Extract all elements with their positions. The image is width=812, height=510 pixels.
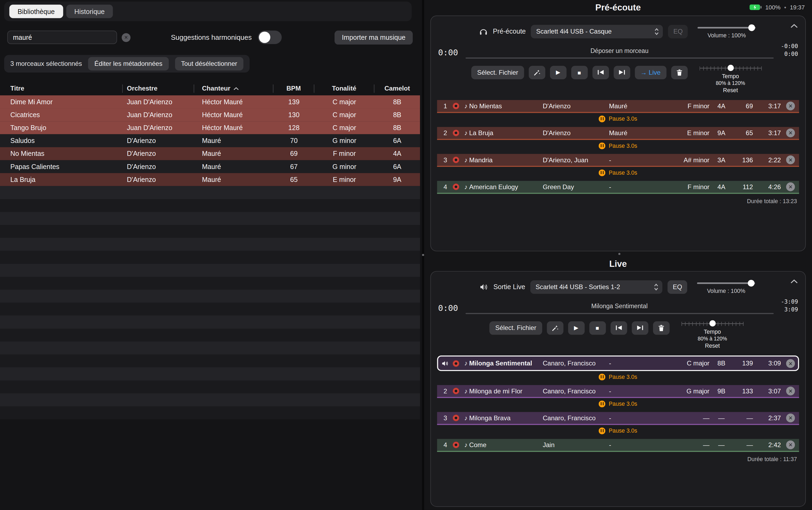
library-row[interactable]: Saludos D'Arienzo Mauré 70 G minor 6A	[0, 134, 420, 147]
music-note-icon: ♪	[462, 157, 469, 164]
import-music-button[interactable]: Importer ma musique	[335, 30, 413, 44]
suggestions-toggle[interactable]	[258, 31, 282, 44]
live-playlist-row[interactable]: 3 ♪ Milonga Brava Canaro, Francisco - — …	[437, 412, 799, 425]
live-volume-slider[interactable]	[697, 280, 755, 286]
preview-tempo-slider[interactable]	[699, 65, 761, 72]
play-button[interactable]: ▶	[568, 321, 584, 335]
tempo-reset[interactable]: Reset	[678, 342, 747, 349]
remove-track-icon[interactable]: ×	[786, 414, 795, 423]
live-device-value: Scarlett 4i4 USB - Sorties 1-2	[536, 283, 620, 290]
row-singer: -	[609, 183, 655, 191]
cell-singer: Héctor Mauré	[194, 124, 273, 132]
search-input[interactable]	[7, 31, 117, 44]
live-playlist-row[interactable]: 2 ♪ Milonga de mi Flor Canaro, Francisco…	[437, 385, 799, 398]
stop-button[interactable]: ■	[589, 321, 606, 335]
preview-dropzone-label[interactable]: Déposer un morceau	[465, 47, 774, 54]
pause-chip[interactable]: Pause 3.0s	[437, 372, 799, 381]
live-progress-bar[interactable]	[465, 313, 774, 314]
row-bpm: —	[733, 442, 753, 449]
preview-volume-label: Volume : 100%	[708, 32, 746, 38]
stop-button[interactable]: ■	[571, 66, 588, 79]
send-to-live-button[interactable]: → Live	[635, 66, 666, 79]
live-tempo-slider[interactable]	[681, 320, 743, 327]
trash-button[interactable]	[653, 321, 669, 335]
play-button[interactable]: ▶	[550, 66, 566, 79]
magic-wand-button[interactable]	[529, 66, 545, 79]
remove-track-icon[interactable]: ×	[786, 441, 795, 450]
next-track-button[interactable]	[632, 321, 648, 335]
cell-title: Papas Calientes	[0, 163, 123, 171]
preview-playlist-row[interactable]: 1 ♪ No Mientas D'Arienzo Mauré F minor 4…	[437, 100, 799, 113]
remove-track-icon[interactable]: ×	[786, 387, 795, 396]
pause-chip[interactable]: Pause 3.0s	[437, 399, 799, 409]
remove-track-icon[interactable]: ×	[786, 183, 795, 192]
volume-knob[interactable]	[748, 280, 755, 286]
live-device-select[interactable]: Scarlett 4i4 USB - Sorties 1-2	[530, 280, 662, 293]
music-note-icon: ♪	[462, 360, 469, 367]
pause-chip[interactable]: Pause 3.0s	[437, 426, 799, 435]
header-bpm[interactable]: BPM	[273, 84, 314, 93]
preview-playlist-row[interactable]: 4 ♪ American Eulogy Green Day - F minor …	[437, 181, 799, 194]
pause-chip[interactable]: Pause 3.0s	[437, 168, 799, 178]
live-playlist-row[interactable]: 4 ♪ Come Jain - — — — 2:42 ×	[437, 439, 799, 452]
cell-camelot: 8B	[374, 124, 420, 132]
header-orchestre[interactable]: Orchestre	[123, 84, 194, 93]
cell-singer: Mauré	[194, 163, 273, 171]
library-row[interactable]: No Mientas D'Arienzo Mauré 69 F minor 4A	[0, 147, 420, 160]
pause-chip[interactable]: Pause 3.0s	[437, 141, 799, 150]
preview-playlist-row[interactable]: 3 ♪ Mandria D'Arienzo, Juan - A# minor 3…	[437, 154, 799, 167]
row-duration: 4:26	[753, 183, 781, 191]
library-row[interactable]: Dime Mi Amor Juan D'Arienzo Héctor Mauré…	[0, 95, 420, 108]
header-titre[interactable]: Titre	[0, 84, 123, 93]
library-row[interactable]: Cicatrices Juan D'Arienzo Héctor Mauré 1…	[0, 108, 420, 121]
record-icon	[453, 103, 459, 110]
collapse-preview-icon[interactable]	[789, 21, 799, 31]
tempo-knob[interactable]	[727, 65, 733, 71]
library-toolbar: Bibliothèque Historique	[4, 2, 412, 21]
row-index: 3	[441, 415, 450, 422]
tempo-knob[interactable]	[709, 320, 715, 326]
select-file-button[interactable]: Sélect. Fichier	[472, 66, 524, 79]
pause-chip[interactable]: Pause 3.0s	[437, 114, 799, 123]
collapse-live-icon[interactable]	[789, 276, 799, 286]
magic-wand-button[interactable]	[547, 321, 563, 335]
preview-progress-bar[interactable]	[465, 57, 774, 59]
remove-track-icon[interactable]: ×	[786, 359, 795, 368]
row-title: Milonga de mi Flor	[469, 388, 543, 395]
select-file-button[interactable]: Sélect. Fichier	[489, 321, 542, 335]
cell-singer: Héctor Mauré	[194, 98, 273, 106]
tab-historique[interactable]: Historique	[66, 5, 113, 18]
remove-track-icon[interactable]: ×	[786, 102, 795, 111]
preview-playlist-row[interactable]: 2 ♪ La Bruja D'Arienzo Mauré E minor 9A …	[437, 127, 799, 140]
live-playlist-row-current[interactable]: ♪ Milonga Sentimental Canaro, Francisco …	[437, 356, 799, 371]
preview-remaining: -0:00	[781, 42, 798, 51]
preview-device-select[interactable]: Scarlett 4i4 USB - Casque	[531, 25, 663, 38]
tempo-range: 80% à 120%	[696, 80, 765, 87]
tab-bibliotheque[interactable]: Bibliothèque	[9, 5, 63, 18]
preview-volume-slider[interactable]	[698, 24, 756, 31]
trash-button[interactable]	[671, 66, 688, 79]
preview-eq-button[interactable]: EQ	[668, 25, 688, 38]
library-row[interactable]: La Bruja D'Arienzo Mauré 65 E minor 9A	[0, 173, 420, 186]
deselect-all-button[interactable]: Tout désélectionner	[175, 57, 243, 70]
library-row[interactable]: Tango Brujo Juan D'Arienzo Héctor Mauré …	[0, 121, 420, 134]
header-camelot[interactable]: Camelot	[374, 84, 420, 93]
header-chanteur[interactable]: Chanteur	[194, 84, 273, 93]
previous-track-button[interactable]	[592, 66, 609, 79]
row-bpm: 139	[733, 360, 753, 367]
live-eq-button[interactable]: EQ	[667, 280, 687, 293]
row-camelot: 4A	[710, 183, 733, 191]
selection-count: 3 morceaux sélectionnés	[10, 60, 82, 67]
deck-splitter[interactable]	[430, 251, 806, 256]
library-row[interactable]: Papas Calientes D'Arienzo Mauré 67 G min…	[0, 160, 420, 173]
edit-metadata-button[interactable]: Éditer les métadonnées	[88, 57, 169, 70]
remove-track-icon[interactable]: ×	[786, 129, 795, 138]
remove-track-icon[interactable]: ×	[786, 155, 795, 165]
next-track-button[interactable]	[613, 66, 630, 79]
volume-knob[interactable]	[748, 24, 755, 31]
panel-splitter[interactable]	[422, 0, 424, 510]
header-tonalite[interactable]: Tonalité	[314, 84, 374, 93]
tempo-reset[interactable]: Reset	[696, 87, 765, 94]
previous-track-button[interactable]	[610, 321, 627, 335]
clear-search-icon[interactable]: ×	[122, 33, 130, 41]
